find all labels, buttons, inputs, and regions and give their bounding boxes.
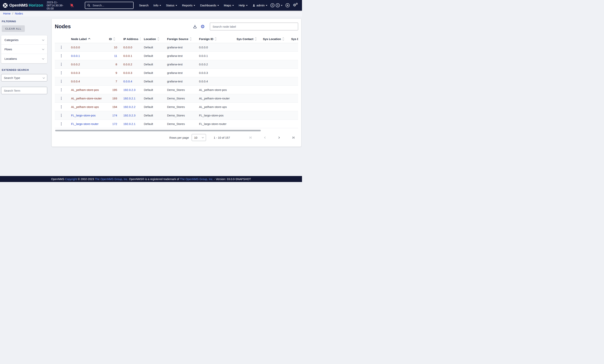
export-nodes-button[interactable] xyxy=(192,24,198,29)
node-label-link[interactable]: 0.0.0.3 xyxy=(71,71,80,74)
footer-text[interactable]: Copyright xyxy=(65,178,77,181)
first-page-button[interactable] xyxy=(249,135,253,140)
node-foreign-id: 0.0.0.0 xyxy=(196,46,233,49)
notification-badge[interactable]: 0 xyxy=(276,3,280,7)
node-id-link[interactable]: 195 xyxy=(112,88,117,91)
column-header[interactable]: Sys Contact xyxy=(233,37,260,41)
row-actions-menu-button[interactable] xyxy=(59,96,63,101)
column-header[interactable]: Sys Location xyxy=(260,37,288,41)
node-label-link[interactable]: AL_pelham-store-pos xyxy=(71,88,99,91)
node-foreign-id: AL_pelham-store-ups xyxy=(196,105,233,109)
row-actions-menu-button[interactable] xyxy=(59,45,63,50)
table-row: 0.0.0.4 7 0.0.0.4 Default grafana-test 0… xyxy=(55,77,298,86)
filter-accordion[interactable]: Categories xyxy=(1,35,47,45)
nav-menu-item[interactable]: Maps xyxy=(224,4,234,7)
admin-settings-button[interactable]: ⚙⚙ xyxy=(290,2,299,9)
row-actions-menu-button[interactable] xyxy=(59,113,63,118)
plus-circle-icon xyxy=(285,3,290,8)
node-label-link[interactable]: 0.0.0.0 xyxy=(71,46,80,49)
table-settings-button[interactable]: ⚙ xyxy=(198,24,206,30)
nav-menu-item[interactable]: Status xyxy=(166,4,177,7)
row-actions-menu-button[interactable] xyxy=(59,70,63,75)
previous-page-button[interactable] xyxy=(263,135,267,140)
footer-text[interactable]: The OpenNMS Group, Inc. xyxy=(95,178,128,181)
nav-menu-item[interactable]: Help xyxy=(239,4,248,7)
node-id-link[interactable]: 11 xyxy=(114,54,117,58)
node-label-link[interactable]: 0.0.0.2 xyxy=(71,63,80,66)
column-header[interactable]: Node Label xyxy=(68,37,106,41)
node-id-link[interactable]: 194 xyxy=(112,105,117,109)
node-ip-link[interactable]: 192.0.2.2 xyxy=(123,105,136,109)
quick-add-button[interactable] xyxy=(285,2,290,8)
breadcrumb-home-link[interactable]: Home xyxy=(3,12,11,15)
node-id-link[interactable]: 8 xyxy=(115,63,117,66)
filter-accordion[interactable]: Flows xyxy=(1,45,47,54)
column-header[interactable]: Location xyxy=(140,37,164,41)
node-id-link[interactable]: 172 xyxy=(112,122,117,125)
breadcrumb-current[interactable]: Nodes xyxy=(15,12,23,15)
last-page-button[interactable] xyxy=(291,135,295,140)
node-id-link[interactable]: 10 xyxy=(114,46,117,49)
nav-menu-item[interactable]: Info xyxy=(153,4,161,7)
column-header[interactable]: IP Address xyxy=(120,37,140,41)
node-label-link[interactable]: AL_pelham-store-router xyxy=(71,97,102,100)
notification-badges[interactable]: 0 0 xyxy=(270,3,282,7)
node-ip-link[interactable]: 192.0.2.1 xyxy=(123,97,136,100)
notifications-off-button[interactable] xyxy=(69,3,74,8)
search-type-select[interactable]: Search Type xyxy=(1,74,47,81)
brand-logo[interactable]: OpenNMS Horizon xyxy=(3,3,43,8)
row-actions-menu-button[interactable] xyxy=(59,121,63,126)
nav-user-menu[interactable]: admin xyxy=(252,4,267,7)
column-header[interactable]: Sys Description xyxy=(288,37,298,41)
column-header[interactable]: Foreign Source xyxy=(164,37,196,41)
row-actions-menu-button[interactable] xyxy=(59,53,63,58)
sort-icon xyxy=(114,38,115,40)
node-label-link[interactable]: AL_pelham-store-ups xyxy=(71,105,99,109)
column-header[interactable]: Foreign ID xyxy=(196,37,233,41)
row-actions-menu-button[interactable] xyxy=(59,62,63,67)
node-ip-link[interactable]: 0.0.0.4 xyxy=(123,80,132,83)
footer-text: © 2002-2023 xyxy=(77,178,95,181)
node-ip-link[interactable]: 0.0.0.1 xyxy=(123,54,132,58)
notification-badge[interactable]: 0 xyxy=(270,3,275,7)
chevron-down-icon xyxy=(42,48,44,50)
node-label-link[interactable]: FL_largo-store-router xyxy=(71,122,99,125)
column-header[interactable]: ID xyxy=(106,37,120,41)
node-label-link[interactable]: FL_largo-store-pos xyxy=(71,114,96,117)
search-term-input[interactable] xyxy=(1,87,47,94)
row-actions-menu-button[interactable] xyxy=(59,79,63,84)
node-id-link[interactable]: 9 xyxy=(115,71,117,74)
node-ip-link[interactable]: 0.0.0.0 xyxy=(123,46,132,49)
nav-menu-item[interactable]: Dashboards xyxy=(200,4,219,7)
node-ip-link[interactable]: 192.0.2.1 xyxy=(123,122,136,125)
node-location: Default xyxy=(140,71,164,74)
filter-accordion[interactable]: Locations xyxy=(1,54,47,63)
horizontal-scrollbar[interactable] xyxy=(55,130,298,131)
global-search-input[interactable] xyxy=(92,3,131,7)
row-actions-menu-button[interactable] xyxy=(59,104,63,109)
row-actions-menu-button[interactable] xyxy=(59,87,63,92)
node-ip-link[interactable]: 0.0.0.3 xyxy=(123,71,132,74)
table-row: 0.0.0.2 8 0.0.0.2 Default grafana-test 0… xyxy=(55,60,298,69)
rows-per-page-select[interactable]: 10 xyxy=(192,134,206,141)
table-body: 0.0.0.0 10 0.0.0.0 Default grafana-test … xyxy=(55,43,298,128)
node-ip-link[interactable]: 192.0.2.3 xyxy=(123,88,136,91)
footer-text[interactable]: The OpenNMS Group, Inc. xyxy=(180,178,213,181)
clear-all-button[interactable]: CLEAR ALL xyxy=(2,25,25,32)
node-id-link[interactable]: 193 xyxy=(112,97,117,100)
node-ip-link[interactable]: 192.0.2.3 xyxy=(123,114,136,117)
node-label-link[interactable]: 0.0.0.1 xyxy=(71,54,80,58)
node-label-search-input[interactable] xyxy=(210,23,298,30)
scrollbar-thumb[interactable] xyxy=(55,130,261,131)
nav-menu-item[interactable]: Search xyxy=(139,4,149,7)
node-label-link[interactable]: 0.0.0.4 xyxy=(71,80,80,83)
node-id-link[interactable]: 174 xyxy=(112,114,117,117)
node-ip-link[interactable]: 0.0.0.2 xyxy=(123,63,132,66)
node-id-link[interactable]: 7 xyxy=(115,80,117,83)
table-row: FL_largo-store-pos 174 192.0.2.3 Default… xyxy=(55,111,298,120)
gear-icon: ⚙ xyxy=(201,24,205,29)
nav-menu-item[interactable]: Reports xyxy=(182,4,195,7)
next-page-button[interactable] xyxy=(277,135,281,140)
chevron-down-icon xyxy=(43,76,45,79)
extended-search-heading: EXTENDED SEARCH xyxy=(2,69,47,71)
